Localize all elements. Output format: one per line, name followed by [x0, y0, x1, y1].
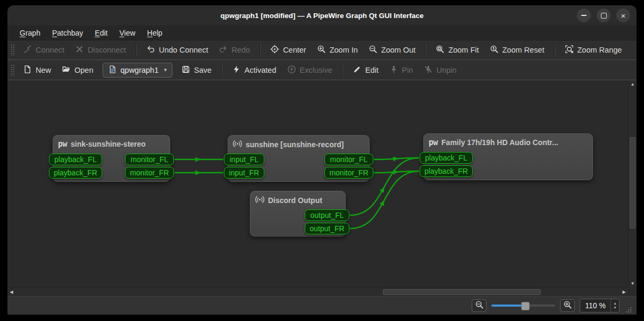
port-output-fr[interactable]: output_FR [305, 223, 349, 234]
port-input-fr[interactable]: input_FR [224, 167, 264, 179]
titlebar[interactable]: qpwgraph1 [modified] — A PipeWire Graph … [7, 5, 637, 26]
zoom-in-icon [563, 300, 572, 311]
toolbar-button-label: Open [74, 66, 93, 74]
zoom-out-icon [369, 45, 378, 55]
toolbar-button-label: Center [283, 46, 306, 54]
spinbox-arrows[interactable]: ▲▼ [610, 299, 619, 312]
zoom-range-icon [565, 45, 574, 55]
zoom-slider-handle[interactable] [521, 302, 530, 310]
port-playback-fl[interactable]: playback_FL [49, 154, 102, 165]
scroll-down-button[interactable]: ▼ [629, 280, 637, 288]
app-window: qpwgraph1 [modified] — A PipeWire Graph … [7, 5, 637, 315]
port-input-fl[interactable]: input_FL [224, 154, 264, 165]
toolbar-button-label: Zoom Fit [448, 46, 479, 54]
port-playback-fr[interactable]: playback_FR [420, 165, 473, 177]
node-header: sunshine [sunshine-record] [228, 136, 369, 154]
port-playback-fr[interactable]: playback_FR [49, 167, 102, 179]
node-title: sink-sunshine-stereo [71, 140, 146, 148]
toolbar-button-label: Zoom Range [578, 46, 622, 54]
edit-button[interactable]: Edit [348, 62, 383, 78]
maximize-icon [601, 13, 607, 19]
zoom-out-button[interactable] [472, 299, 487, 312]
open-button[interactable]: Open [57, 62, 98, 78]
toolbar-drag-handle[interactable] [11, 44, 14, 56]
port-output-fl[interactable]: output_FL [305, 209, 349, 221]
port-monitor-fr[interactable]: monitor_FR [324, 167, 373, 179]
zoom-value: 110 % [580, 299, 610, 312]
window-controls: × [577, 9, 630, 22]
minimize-button[interactable] [577, 9, 591, 22]
exclusive-button: Exclusive [282, 62, 337, 78]
port-monitor-fr[interactable]: monitor_FR [125, 167, 174, 179]
vertical-scrollbar-thumb[interactable] [630, 137, 635, 229]
maximize-button[interactable] [597, 9, 610, 22]
connection-arrow-icon [195, 171, 200, 175]
toolbar-separator [221, 64, 222, 77]
toolbar-separator [136, 44, 137, 56]
port-playback-fl[interactable]: playback_FL [420, 152, 473, 164]
zoom-in-button[interactable] [560, 299, 575, 312]
zoom-spinbox[interactable]: 110 % ▲▼ [580, 299, 620, 312]
zoom-slider[interactable] [491, 300, 555, 311]
toolbar-button-label: Edit [365, 66, 379, 74]
node-header: pwsink-sunshine-stereo [53, 136, 170, 153]
unpin-icon [424, 65, 433, 75]
zoom-range-button[interactable]: Zoom Range [560, 42, 627, 58]
graph-canvas[interactable]: ▲ ▼ ◀ ▶ pwsink-sunshine-stereoplayback_F… [7, 80, 637, 296]
toolbar-button-label: Zoom Reset [503, 46, 545, 54]
desktop: { "window": { "title": "qpwgraph1 [modif… [0, 0, 644, 321]
spin-up-icon[interactable]: ▲ [613, 301, 616, 306]
scroll-right-button[interactable]: ▶ [620, 288, 628, 296]
vertical-scrollbar[interactable]: ▲ ▼ [628, 80, 637, 288]
minimize-icon [581, 15, 587, 16]
toolbar-separator [425, 44, 426, 56]
toolbar-button-label: Zoom Out [381, 46, 415, 54]
window-title: qpwgraph1 [modified] — A PipeWire Graph … [220, 12, 423, 20]
menu-edit[interactable]: Edit [90, 27, 112, 39]
node-title: Discord Output [268, 196, 322, 205]
zoom-in-button[interactable]: Zoom In [312, 42, 363, 58]
disconnect-button: Disconnect [70, 42, 131, 58]
port-monitor-fl[interactable]: monitor_FL [125, 154, 174, 165]
toolbar-button-label: New [36, 66, 51, 74]
horizontal-scrollbar-thumb[interactable] [383, 289, 541, 295]
scroll-up-button[interactable]: ▲ [629, 80, 637, 88]
toolbar-drag-handle[interactable] [11, 64, 14, 76]
spin-down-icon[interactable]: ▼ [613, 306, 616, 310]
zoom-out-button[interactable]: Zoom Out [364, 42, 420, 58]
close-button[interactable]: × [616, 9, 630, 22]
toolbar-separator [260, 44, 261, 56]
new-icon [23, 65, 32, 75]
chevron-down-icon: ▾ [164, 66, 167, 73]
new-button[interactable]: New [18, 62, 56, 78]
scroll-left-button[interactable]: ◀ [7, 288, 15, 296]
toolbar-button-label: Disconnect [88, 46, 126, 54]
disconnect-icon [75, 45, 84, 55]
toolbar-separator [554, 44, 555, 56]
undo-connect-button[interactable]: Undo Connect [141, 42, 213, 58]
menu-patchbay[interactable]: Patchbay [47, 27, 88, 39]
zoom-fit-button[interactable]: Zoom Fit [431, 42, 483, 58]
session-name: qpwgraph1 [121, 66, 159, 74]
center-button[interactable]: Center [265, 42, 311, 58]
edit-toolbar: ConnectDisconnectUndo ConnectRedoCenterZ… [7, 40, 637, 60]
connection-arrow-icon [380, 186, 387, 193]
menubar: GraphPatchbayEditViewHelp [7, 26, 637, 40]
patchbay-file-icon [108, 65, 117, 75]
menu-view[interactable]: View [114, 27, 140, 39]
undo-icon [146, 45, 155, 55]
connection-arrow-icon [195, 157, 200, 162]
horizontal-scrollbar[interactable]: ◀ ▶ [7, 288, 628, 296]
port-monitor-fl[interactable]: monitor_FL [324, 154, 373, 165]
save-button[interactable]: Save [177, 62, 216, 78]
file-toolbar: NewOpenqpwgraph1▾SaveActivatedExclusiveE… [7, 60, 637, 80]
zoom-reset-icon [490, 45, 499, 55]
activated-button[interactable]: Activated [227, 62, 281, 78]
toolbar-button-label: Pin [402, 66, 413, 74]
menu-graph[interactable]: Graph [15, 27, 45, 39]
zoom-reset-button[interactable]: Zoom Reset [485, 42, 549, 58]
toolbar-button-label: Undo Connect [159, 46, 208, 54]
resize-grip[interactable] [624, 306, 632, 314]
patchbay-session-combo[interactable]: qpwgraph1▾ [103, 63, 172, 78]
menu-help[interactable]: Help [143, 27, 168, 39]
